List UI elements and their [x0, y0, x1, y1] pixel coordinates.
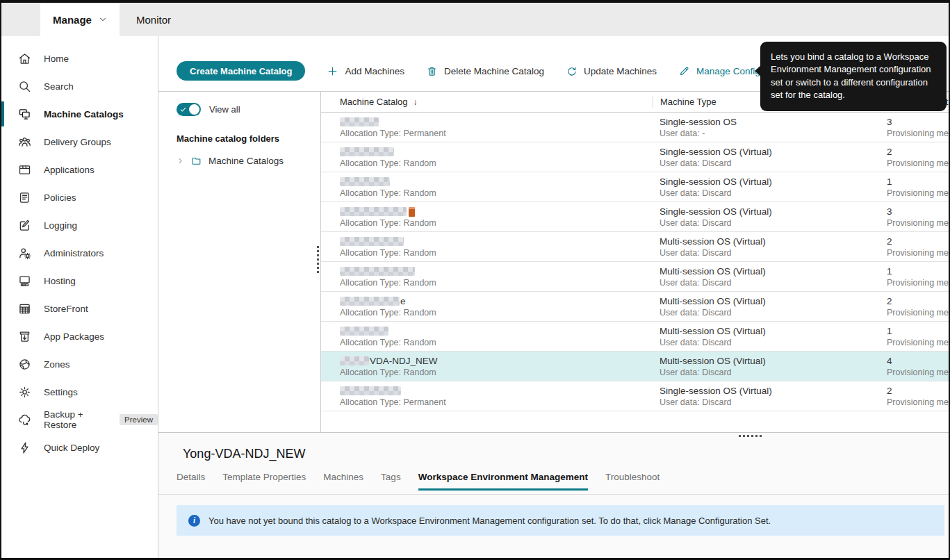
allocation-type: Allocation Type: Random — [340, 188, 653, 199]
view-all-toggle[interactable] — [177, 103, 201, 116]
column-machine-catalog[interactable]: Machine Catalog ↓ — [321, 97, 653, 107]
policies-icon — [17, 190, 32, 205]
info-icon: i — [188, 515, 200, 527]
table-row[interactable]: VDA-NDJ_NEW Allocation Type: Random Mult… — [321, 352, 949, 381]
delete-machine-catalog-button[interactable]: Delete Machine Catalog — [426, 65, 544, 77]
pencil-icon — [678, 65, 690, 77]
machine-count: 2 — [887, 236, 949, 247]
sidebar-item-quick-deploy[interactable]: Quick Deploy — [1, 434, 158, 461]
detail-panel: Yong-VDA-NDJ_NEW Details Template Proper… — [158, 432, 949, 558]
sidebar-item-app-packages[interactable]: App Packages — [1, 322, 158, 350]
sidebar-item-home[interactable]: Home — [1, 44, 158, 72]
tab-machines[interactable]: Machines — [323, 472, 363, 491]
panel-resize-handle[interactable] — [317, 246, 319, 273]
chevron-right-icon — [177, 157, 184, 165]
machine-count: 2 — [887, 385, 949, 397]
preview-badge: Preview — [120, 414, 158, 425]
table-row[interactable]: Allocation Type: Random Multi-session OS… — [321, 262, 949, 292]
machine-type: Single-session OS — [660, 116, 880, 128]
selected-catalog-title: Yong-VDA-NDJ_NEW — [183, 433, 949, 461]
user-data: User data: - — [660, 128, 880, 139]
sidebar-item-policies[interactable]: Policies — [1, 183, 158, 211]
detail-panel-resize-handle[interactable] — [739, 435, 762, 437]
sidebar-item-zones[interactable]: Zones — [1, 350, 158, 378]
allocation-type: Allocation Type: Random — [340, 277, 653, 288]
redacted-catalog-name — [340, 207, 407, 216]
table-row[interactable]: e Allocation Type: Random Multi-session … — [321, 292, 949, 322]
delivery-groups-icon — [17, 135, 32, 149]
user-data: User data: Discard — [660, 217, 880, 229]
sidebar-item-machine-catalogs[interactable]: Machine Catalogs — [1, 100, 158, 128]
redacted-catalog-name — [340, 386, 401, 395]
quick-deploy-icon — [17, 440, 32, 455]
table-row[interactable]: Allocation Type: Permanent Single-sessio… — [321, 113, 949, 142]
view-all-toggle-row[interactable]: View all — [177, 103, 320, 116]
sidebar-item-administrators[interactable]: Administrators — [1, 239, 158, 267]
sidebar-item-backup-restore[interactable]: Backup + Restore Preview — [1, 406, 158, 434]
sidebar-item-delivery-groups[interactable]: Delivery Groups — [1, 128, 158, 156]
app-window: Manage Monitor Home Search Machine Catal… — [0, 0, 950, 560]
info-banner: i You have not yet bound this catalog to… — [177, 505, 944, 536]
tab-workspace-environment-management[interactable]: Workspace Environment Management — [418, 472, 588, 491]
redacted-catalog-name — [340, 297, 400, 306]
tab-tags[interactable]: Tags — [381, 472, 401, 491]
provisioning-method: Provisioning met — [887, 247, 949, 258]
provisioning-method: Provisioning met — [887, 188, 949, 199]
redacted-catalog-name — [340, 267, 415, 276]
table-body: Allocation Type: Permanent Single-sessio… — [321, 113, 949, 411]
machine-type: Single-session OS (Virtual) — [660, 385, 880, 397]
logging-icon — [17, 218, 32, 233]
machine-type: Multi-session OS (Virtual) — [660, 265, 880, 277]
tab-details[interactable]: Details — [177, 472, 205, 491]
sidebar-item-search[interactable]: Search — [1, 72, 158, 100]
manage-configuration-set-tooltip: Lets you bind a catalog to a Workspace E… — [760, 42, 947, 111]
backup-restore-icon — [17, 413, 32, 427]
table-row[interactable]: Allocation Type: Permanent Single-sessio… — [321, 381, 949, 411]
sidebar-item-hosting[interactable]: Hosting — [1, 267, 158, 295]
sidebar-item-applications[interactable]: Applications — [1, 156, 158, 183]
toolbar-actions: Add Machines Delete Machine Catalog Upda… — [327, 61, 805, 81]
table-row[interactable]: Allocation Type: Random Single-session O… — [321, 142, 949, 172]
table-row[interactable]: Allocation Type: Random Multi-session OS… — [321, 232, 949, 262]
tab-troubleshoot[interactable]: Troubleshoot — [605, 472, 660, 491]
provisioning-method: Provisioning met — [887, 128, 949, 139]
user-data: User data: Discard — [660, 158, 880, 169]
catalog-name-text: e — [400, 296, 406, 306]
search-icon — [17, 79, 32, 94]
allocation-type: Allocation Type: Permanent — [340, 128, 653, 139]
main-area: Create Machine Catalog Add Machines Dele… — [158, 36, 949, 558]
machine-count: 3 — [887, 206, 949, 217]
allocation-type: Allocation Type: Random — [340, 307, 653, 318]
sidebar-item-logging[interactable]: Logging — [1, 211, 158, 239]
refresh-icon — [566, 65, 578, 77]
tree-item-machine-catalogs[interactable]: Machine Catalogs — [177, 155, 320, 167]
table-row[interactable]: Allocation Type: Random Single-session O… — [321, 202, 949, 232]
allocation-type: Allocation Type: Random — [340, 217, 653, 229]
allocation-type: Allocation Type: Random — [340, 337, 653, 348]
provisioning-method: Provisioning met — [887, 158, 949, 169]
sidebar-item-settings[interactable]: Settings — [1, 378, 158, 406]
redacted-catalog-name — [340, 147, 394, 156]
tab-manage[interactable]: Manage — [40, 3, 120, 36]
check-icon — [179, 106, 187, 113]
allocation-type: Allocation Type: Random — [340, 247, 653, 258]
machine-count: 1 — [887, 325, 949, 337]
redacted-catalog-name — [340, 356, 369, 365]
top-bar: Manage Monitor — [1, 3, 949, 36]
provisioning-method: Provisioning met — [887, 367, 949, 378]
update-machines-button[interactable]: Update Machines — [566, 65, 657, 77]
tab-monitor[interactable]: Monitor — [129, 3, 178, 36]
detail-tabs: Details Template Properties Machines Tag… — [177, 472, 949, 491]
user-data: User data: Discard — [660, 367, 880, 378]
sidebar-item-storefront[interactable]: StoreFront — [1, 295, 158, 322]
toggle-knob — [189, 104, 199, 115]
table-row[interactable]: Allocation Type: Random Multi-session OS… — [321, 322, 949, 352]
table-row[interactable]: Allocation Type: Random Single-session O… — [321, 172, 949, 202]
machine-type: Multi-session OS (Virtual) — [660, 325, 880, 337]
tab-template-properties[interactable]: Template Properties — [222, 472, 306, 491]
provisioning-method: Provisioning met — [887, 217, 949, 229]
zones-icon — [17, 357, 32, 372]
user-data: User data: Discard — [660, 247, 880, 258]
create-machine-catalog-button[interactable]: Create Machine Catalog — [177, 61, 305, 81]
add-machines-button[interactable]: Add Machines — [327, 65, 404, 77]
